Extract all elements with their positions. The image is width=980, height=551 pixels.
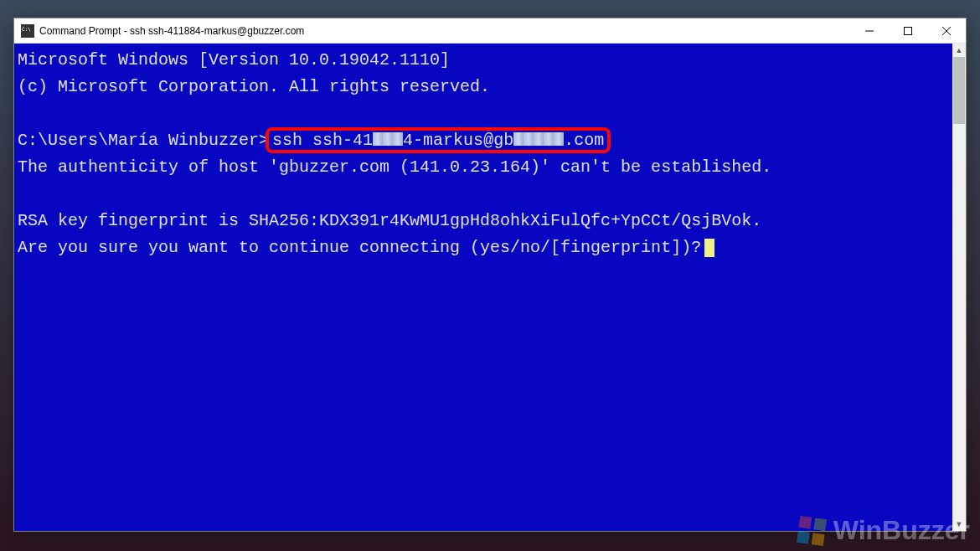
svg-rect-7 xyxy=(811,533,824,546)
winbuzzer-logo-icon xyxy=(797,516,827,546)
watermark-text: WinBuzzer xyxy=(833,515,970,546)
svg-rect-5 xyxy=(813,518,827,531)
minimize-button[interactable] xyxy=(850,18,889,44)
terminal-line: RSA key fingerprint is SHA256:KDX391r4Kw… xyxy=(18,208,952,234)
terminal-line: Are you sure you want to continue connec… xyxy=(18,234,952,261)
command-prompt-window: Command Prompt - ssh ssh-411884-markus@g… xyxy=(13,18,967,532)
cursor xyxy=(704,239,714,257)
scroll-thumb[interactable] xyxy=(953,57,965,124)
window-title: Command Prompt - ssh ssh-411884-markus@g… xyxy=(39,25,850,37)
svg-rect-1 xyxy=(905,27,912,34)
svg-rect-4 xyxy=(798,516,812,529)
terminal-line: Microsoft Windows [Version 10.0.19042.11… xyxy=(18,47,952,74)
titlebar[interactable]: Command Prompt - ssh ssh-411884-markus@g… xyxy=(14,18,966,44)
terminal-line: (c) Microsoft Corporation. All rights re… xyxy=(18,74,952,100)
terminal-prompt-line: C:\Users\María Winbuzzer>ssh ssh-411884-… xyxy=(18,127,952,154)
maximize-button[interactable] xyxy=(889,18,927,44)
scrollbar[interactable]: ▲ ▼ xyxy=(952,44,966,531)
terminal-line: The authenticity of host 'gbuzzer.com (1… xyxy=(18,154,952,181)
prompt-path: C:\Users\María Winbuzzer> xyxy=(18,131,269,150)
obscured-text: uzzer xyxy=(513,127,564,154)
close-button[interactable] xyxy=(927,18,966,44)
terminal-line xyxy=(18,100,952,127)
terminal-line xyxy=(18,181,952,208)
svg-rect-6 xyxy=(797,530,810,543)
cmd-icon xyxy=(21,24,34,38)
scroll-up-button[interactable]: ▲ xyxy=(952,44,966,57)
obscured-text: 188 xyxy=(373,127,403,154)
terminal-area[interactable]: Microsoft Windows [Version 10.0.19042.11… xyxy=(14,44,952,531)
window-controls xyxy=(850,18,966,44)
ssh-command-highlight: ssh ssh-411884-markus@gbuzzer.com xyxy=(266,127,611,153)
watermark: WinBuzzer xyxy=(797,515,970,546)
